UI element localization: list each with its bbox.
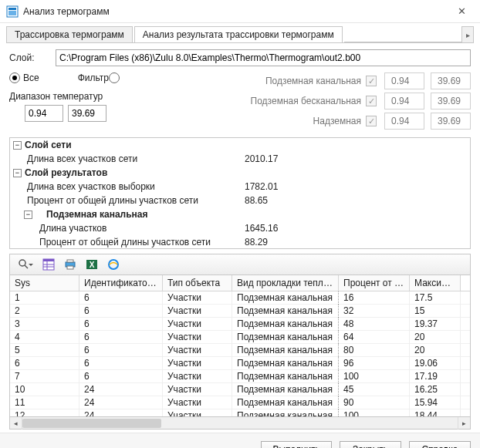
table-cell: 48 bbox=[339, 318, 410, 331]
grid-icon[interactable] bbox=[41, 257, 56, 272]
tab-trace[interactable]: Трассировка термограмм bbox=[6, 26, 133, 42]
th-kind[interactable]: Вид прокладки тепловой ... bbox=[232, 275, 339, 291]
temp-max-input[interactable] bbox=[68, 105, 106, 122]
print-icon[interactable] bbox=[63, 257, 78, 272]
prop-key: Длина всех участков выборки bbox=[13, 181, 245, 192]
table-cell: Участки bbox=[163, 291, 232, 305]
table-cell: Подземная канальная bbox=[232, 357, 339, 370]
table-cell: 16 bbox=[339, 291, 410, 305]
filter-row-v1-1: 0.94 bbox=[384, 93, 424, 109]
table-cell: 11 bbox=[10, 396, 79, 409]
table-cell: 10 bbox=[10, 383, 79, 396]
table-row[interactable]: 76УчасткиПодземная канальная10017.19 bbox=[10, 370, 470, 383]
tab-overflow-button[interactable]: ▸ bbox=[461, 26, 474, 42]
search-icon[interactable] bbox=[13, 257, 35, 272]
table-cell: Участки bbox=[163, 396, 232, 409]
app-icon bbox=[6, 5, 19, 18]
svg-rect-12 bbox=[67, 266, 73, 269]
prop-val: 1645.16 bbox=[245, 223, 470, 234]
table-cell: 32 bbox=[339, 305, 410, 318]
run-button[interactable]: Выполнить bbox=[261, 441, 332, 448]
collapse-icon[interactable]: − bbox=[13, 169, 22, 177]
th-percent[interactable]: Процент от нач... bbox=[339, 275, 410, 291]
table-row[interactable]: 1024УчасткиПодземная канальная4516.25 bbox=[10, 383, 470, 396]
table-cell: Подземная канальная bbox=[232, 396, 339, 409]
property-grid[interactable]: −Слой сети Длина всех участков сети2010.… bbox=[9, 137, 471, 249]
table-cell: 24 bbox=[79, 396, 163, 409]
scroll-right-icon[interactable]: ▸ bbox=[458, 417, 470, 429]
th-type[interactable]: Тип объекта bbox=[163, 275, 232, 291]
filter-radio[interactable] bbox=[109, 72, 120, 83]
table-cell: Подземная канальная bbox=[232, 409, 339, 416]
layer-path-input[interactable] bbox=[56, 49, 471, 66]
table-cell: Подземная канальная bbox=[232, 305, 339, 318]
table-cell: 80 bbox=[339, 344, 410, 357]
prop-key: Длина всех участков сети bbox=[13, 153, 245, 164]
table-cell: 2 bbox=[10, 305, 79, 318]
tab-analysis[interactable]: Анализ результата трассировки термограмм bbox=[134, 26, 343, 42]
table-cell: 6 bbox=[10, 357, 79, 370]
data-table[interactable]: Sys Идентификатор о... Тип объекта Вид п… bbox=[9, 275, 471, 417]
table-row[interactable]: 1124УчасткиПодземная канальная9015.94 bbox=[10, 396, 470, 409]
prop-val: 88.65 bbox=[245, 195, 470, 206]
help-button[interactable]: Справка bbox=[409, 441, 471, 448]
table-cell: 100 bbox=[339, 370, 410, 383]
prop-section-0: Слой сети bbox=[25, 140, 256, 150]
filter-row-label-0: Подземная канальная bbox=[265, 76, 361, 86]
filter-radio-group[interactable]: Фильтр bbox=[78, 72, 123, 83]
table-cell: 17.19 bbox=[410, 370, 461, 383]
scroll-left-icon[interactable]: ◂ bbox=[10, 417, 22, 429]
collapse-icon[interactable]: − bbox=[24, 211, 32, 219]
table-row[interactable]: 16УчасткиПодземная канальная1617.5 bbox=[10, 291, 470, 305]
table-cell: 17.5 bbox=[410, 291, 461, 305]
prop-val: 1782.01 bbox=[245, 181, 470, 192]
th-max[interactable]: Максима ▲ bbox=[410, 275, 461, 291]
table-cell: Подземная канальная bbox=[232, 344, 339, 357]
temp-range-label: Диапазон температур bbox=[9, 91, 103, 102]
table-row[interactable]: 36УчасткиПодземная канальная4819.37 bbox=[10, 318, 470, 331]
table-cell: 64 bbox=[339, 331, 410, 344]
table-cell: 6 bbox=[79, 331, 163, 344]
table-cell: Участки bbox=[163, 318, 232, 331]
table-cell: Подземная канальная bbox=[232, 383, 339, 396]
collapse-icon[interactable]: − bbox=[13, 141, 22, 150]
th-sys[interactable]: Sys bbox=[10, 275, 79, 291]
table-cell: 24 bbox=[79, 409, 163, 416]
table-cell: Подземная канальная bbox=[232, 331, 339, 344]
prop-val: 88.29 bbox=[245, 237, 470, 248]
svg-rect-6 bbox=[43, 259, 54, 261]
all-radio[interactable] bbox=[9, 72, 20, 83]
prop-key: Длина участков bbox=[13, 223, 245, 234]
table-row[interactable]: 1224УчасткиПодземная канальная10018.44 bbox=[10, 409, 470, 416]
table-cell: Участки bbox=[163, 305, 232, 318]
table-row[interactable]: 56УчасткиПодземная канальная8020 bbox=[10, 344, 470, 357]
scroll-thumb[interactable] bbox=[22, 419, 161, 428]
table-cell: Участки bbox=[163, 331, 232, 344]
table-cell: 6 bbox=[79, 318, 163, 331]
svg-text:X: X bbox=[90, 261, 95, 269]
table-row[interactable]: 46УчасткиПодземная канальная6420 bbox=[10, 331, 470, 344]
table-cell: 6 bbox=[79, 305, 163, 318]
prop-subsection: Подземная канальная bbox=[35, 209, 267, 220]
excel-icon[interactable]: X bbox=[84, 257, 100, 272]
table-cell: 45 bbox=[339, 383, 410, 396]
table-cell: 15.94 bbox=[410, 396, 461, 409]
table-cell: Подземная канальная bbox=[232, 291, 339, 305]
table-cell: 96 bbox=[339, 357, 410, 370]
table-cell: 18.44 bbox=[410, 409, 461, 416]
table-toolbar: X bbox=[9, 254, 471, 275]
filter-row-check-0 bbox=[366, 76, 377, 86]
table-row[interactable]: 66УчасткиПодземная канальная9619.06 bbox=[10, 357, 470, 370]
all-radio-group[interactable]: Все bbox=[9, 72, 39, 83]
temp-min-input[interactable] bbox=[25, 105, 63, 122]
th-id[interactable]: Идентификатор о... bbox=[79, 275, 163, 291]
table-row[interactable]: 26УчасткиПодземная канальная3215 bbox=[10, 305, 470, 318]
table-cell: 3 bbox=[10, 318, 79, 331]
layer-row: Слой: bbox=[9, 49, 471, 66]
table-cell: Подземная канальная bbox=[232, 318, 339, 331]
table-cell: 100 bbox=[339, 409, 410, 416]
horizontal-scrollbar[interactable]: ◂ ▸ bbox=[9, 417, 471, 429]
close-dialog-button[interactable]: Закрыть bbox=[340, 441, 401, 448]
close-button[interactable]: ✕ bbox=[449, 5, 474, 17]
ie-icon[interactable] bbox=[106, 257, 121, 272]
